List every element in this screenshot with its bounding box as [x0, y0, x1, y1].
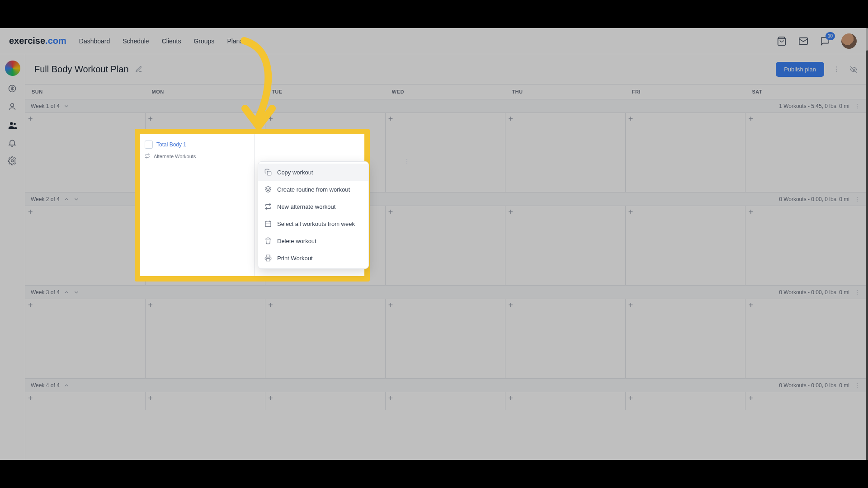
menu-delete-workout[interactable]: Delete workout: [258, 232, 368, 249]
add-workout-icon[interactable]: +: [28, 116, 36, 124]
week-4-more-icon[interactable]: [854, 382, 860, 389]
week-4-stats: 0 Workouts - 0:00, 0 lbs, 0 mi: [779, 382, 849, 389]
workout-checkbox[interactable]: [145, 141, 153, 149]
dollar-icon[interactable]: [8, 84, 18, 94]
add-workout-icon[interactable]: +: [388, 302, 396, 310]
menu-create-routine[interactable]: Create routine from workout: [258, 181, 368, 198]
add-workout-icon[interactable]: +: [748, 395, 756, 403]
nav-clients[interactable]: Clients: [162, 38, 181, 45]
nav-dashboard[interactable]: Dashboard: [79, 38, 110, 45]
day-header-fri: FRI: [626, 84, 746, 99]
alternate-workouts-label[interactable]: Alternate Workouts: [154, 154, 196, 159]
day-cell[interactable]: +: [745, 299, 866, 378]
day-cell[interactable]: +: [386, 299, 506, 378]
chevron-down-icon[interactable]: [73, 196, 80, 202]
nav-schedule[interactable]: Schedule: [123, 38, 149, 45]
day-cell[interactable]: +: [505, 299, 626, 378]
day-cell[interactable]: +: [386, 392, 506, 410]
person-icon[interactable]: [8, 102, 18, 112]
day-cell[interactable]: +: [505, 206, 626, 285]
swap-icon: [264, 203, 272, 210]
nav-groups[interactable]: Groups: [193, 38, 214, 45]
nav-plans[interactable]: Plans: [227, 38, 243, 45]
week-2-more-icon[interactable]: [854, 196, 860, 202]
add-workout-icon[interactable]: +: [508, 209, 516, 217]
day-cell[interactable]: +: [626, 113, 746, 192]
chevron-up-icon[interactable]: [63, 382, 70, 389]
add-workout-icon[interactable]: +: [748, 209, 756, 217]
day-cell[interactable]: +: [386, 206, 506, 285]
day-cell[interactable]: +: [146, 392, 266, 410]
day-cell[interactable]: +: [626, 206, 746, 285]
chevron-down-icon[interactable]: [63, 103, 70, 109]
workout-card[interactable]: Total Body 1 Alternate Workouts: [140, 134, 255, 276]
day-cell[interactable]: +: [146, 299, 266, 378]
add-workout-icon[interactable]: +: [508, 116, 516, 124]
day-cell[interactable]: +: [25, 113, 146, 192]
chevron-up-icon[interactable]: [63, 289, 70, 296]
mail-icon[interactable]: [798, 36, 809, 47]
brand-logo[interactable]: exercise.com: [9, 36, 66, 46]
week-3-more-icon[interactable]: [854, 289, 860, 296]
chat-icon[interactable]: 10: [820, 36, 830, 47]
day-cell[interactable]: +: [265, 392, 386, 410]
gear-icon[interactable]: [8, 156, 18, 166]
menu-copy-workout[interactable]: Copy workout: [258, 164, 368, 181]
day-cell[interactable]: +: [626, 392, 746, 410]
chevron-up-icon[interactable]: [63, 196, 70, 202]
day-cell[interactable]: +: [626, 299, 746, 378]
day-cell[interactable]: +: [386, 113, 506, 192]
add-workout-icon[interactable]: +: [508, 302, 516, 310]
shopping-bag-icon[interactable]: [776, 36, 787, 47]
add-workout-icon[interactable]: +: [748, 302, 756, 310]
scrollbar-track[interactable]: [866, 28, 868, 460]
publish-plan-button[interactable]: Publish plan: [776, 62, 824, 77]
add-workout-icon[interactable]: +: [388, 395, 396, 403]
workout-name-link[interactable]: Total Body 1: [156, 141, 186, 148]
menu-new-alternate[interactable]: New alternate workout: [258, 198, 368, 215]
add-workout-icon[interactable]: +: [388, 209, 396, 217]
day-cell[interactable]: +: [745, 113, 866, 192]
add-workout-icon[interactable]: +: [268, 116, 276, 124]
add-workout-icon[interactable]: +: [148, 302, 156, 310]
day-cell[interactable]: +: [745, 206, 866, 285]
bell-icon[interactable]: [8, 138, 18, 148]
day-cell[interactable]: +: [25, 299, 146, 378]
scrollbar-thumb[interactable]: [866, 28, 868, 51]
day-cell[interactable]: +: [745, 392, 866, 410]
add-workout-icon[interactable]: +: [748, 116, 756, 124]
add-workout-icon[interactable]: +: [148, 395, 156, 403]
week-1-more-icon[interactable]: [854, 103, 860, 109]
workout-card-more-icon[interactable]: [402, 157, 411, 166]
day-cell[interactable]: +: [25, 206, 146, 285]
people-icon[interactable]: [8, 120, 18, 130]
more-icon[interactable]: [833, 66, 840, 73]
day-cell[interactable]: +: [505, 113, 626, 192]
add-workout-icon[interactable]: +: [268, 302, 276, 310]
chevron-down-icon[interactable]: [73, 289, 80, 296]
add-workout-icon[interactable]: +: [388, 116, 396, 124]
menu-select-all-week[interactable]: Select all workouts from week: [258, 215, 368, 232]
day-cell[interactable]: +: [505, 392, 626, 410]
add-workout-icon[interactable]: +: [268, 395, 276, 403]
add-workout-icon[interactable]: +: [628, 116, 637, 124]
add-workout-icon[interactable]: +: [508, 395, 516, 403]
add-workout-icon[interactable]: +: [28, 302, 36, 310]
day-cell[interactable]: +: [265, 299, 386, 378]
add-workout-icon[interactable]: +: [28, 395, 36, 403]
add-workout-icon[interactable]: +: [628, 302, 637, 310]
add-workout-icon[interactable]: +: [28, 209, 36, 217]
svg-point-22: [406, 161, 407, 162]
visibility-off-icon[interactable]: [849, 66, 857, 73]
alternate-icon: [145, 153, 150, 160]
menu-print-workout[interactable]: Print Workout: [258, 249, 368, 267]
edit-title-icon[interactable]: [135, 66, 142, 73]
add-workout-icon[interactable]: +: [628, 209, 637, 217]
day-cell[interactable]: +: [25, 392, 146, 410]
add-workout-icon[interactable]: +: [148, 116, 156, 124]
menu-item-label: Delete workout: [277, 238, 316, 244]
org-logo[interactable]: [5, 61, 20, 76]
add-workout-icon[interactable]: +: [628, 395, 637, 403]
user-avatar[interactable]: [841, 33, 857, 49]
svg-point-6: [836, 66, 837, 67]
